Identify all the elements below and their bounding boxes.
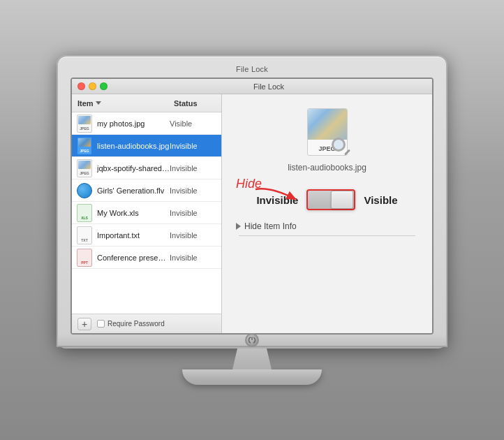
monitor-body: File Lock File Lock Item [57,55,447,349]
maximize-button[interactable] [100,82,108,90]
file-panel: Item Status JPEG my photos.j [72,94,222,333]
file-name: Conference presentation.pp [97,254,170,262]
file-name: Girls' Generation.flv [97,186,170,195]
list-item[interactable]: XLS My Work.xls Invisible [72,202,221,224]
file-icon: JPEG [76,160,93,177]
monitor-stand-neck [228,349,276,369]
jpeg-icon: JPEG [77,115,92,133]
monitor-title-bar: File Lock [236,65,268,73]
monitor-wrapper: File Lock File Lock Item [57,55,447,385]
file-status: Visible [170,119,217,128]
app-title: File Lock [111,82,427,91]
window-body: Item Status JPEG my photos.j [72,94,432,333]
column-item-header: Item [72,99,174,108]
list-item[interactable]: JPEG jqbx-spotify-shared-listenin Invisi… [72,157,221,179]
list-item[interactable]: TXT Important.txt Invisible [72,224,221,247]
require-password-checkbox[interactable] [97,320,105,328]
magnifier-icon [332,138,350,156]
file-panel-footer: + Require Password [72,314,221,333]
screen: File Lock Item Status [71,78,433,335]
detail-jpeg-image [308,109,347,140]
detail-file-icon: JPEG [305,108,350,159]
hide-item-info-label: Hide Item Info [244,221,297,231]
visible-label: Visible [364,194,397,206]
file-name: jqbx-spotify-shared-listenin [97,164,170,173]
jpeg-icon: JPEG [77,159,92,177]
pptx-icon: PPT [77,249,92,267]
file-icon [76,182,93,199]
monitor-stand-base [182,369,322,385]
minimize-button[interactable] [89,82,96,90]
hide-item-info-row[interactable]: Hide Item Info [236,221,297,231]
triangle-icon [236,223,241,230]
file-icon: JPEG [76,138,93,154]
file-name: Important.txt [97,231,170,240]
close-button[interactable] [77,82,85,90]
hide-arrow-annotation [250,185,306,207]
add-file-button[interactable]: + [77,318,91,330]
visibility-toggle-switch[interactable] [306,189,355,210]
require-password-label: Require Password [108,320,165,328]
file-status: Invisible [170,186,217,195]
file-name: My Work.xls [97,209,170,217]
require-password-row: Require Password [97,320,165,328]
sort-chevron-icon[interactable] [96,101,101,105]
window-title: File Lock [236,65,268,73]
detail-filename: listen-audiobooks.jpg [288,163,366,173]
file-status: Invisible [170,231,217,240]
file-panel-header: Item Status [72,94,221,112]
monitor-chin [57,335,447,347]
list-item[interactable]: PPT Conference presentation.pp Invisible [72,247,221,269]
file-list: JPEG my photos.jpg Visible JPEG liste [72,112,221,314]
txt-icon: TXT [77,226,92,244]
file-name: my photos.jpg [97,119,170,128]
list-item[interactable]: JPEG my photos.jpg Visible [72,112,221,135]
file-status: Invisible [170,142,217,150]
file-status: Invisible [170,209,217,217]
file-status: Invisible [170,254,217,262]
app-window: File Lock Item Status [72,79,432,333]
xls-icon: XLS [77,204,92,222]
file-icon: TXT [76,227,93,244]
power-symbol-icon [248,336,256,344]
list-item[interactable]: JPEG listen-audiobooks.jpg Invisible [72,135,221,157]
window-titlebar: File Lock [72,79,432,94]
file-icon: JPEG [76,115,93,132]
file-icon: XLS [76,205,93,221]
file-icon: PPT [76,249,93,266]
list-item[interactable]: Girls' Generation.flv Invisible [72,179,221,202]
file-name: listen-audiobooks.jpg [97,142,170,150]
detail-panel: JPEG listen-audiobooks.jpg Hide [222,94,432,333]
file-status: Invisible [170,164,217,173]
toggle-thumb [331,191,353,209]
column-status-header: Status [174,99,221,108]
circle-icon [77,183,92,198]
power-icon [245,333,259,347]
jpeg-blue-icon: JPEG [77,137,92,155]
separator-line [239,235,415,236]
